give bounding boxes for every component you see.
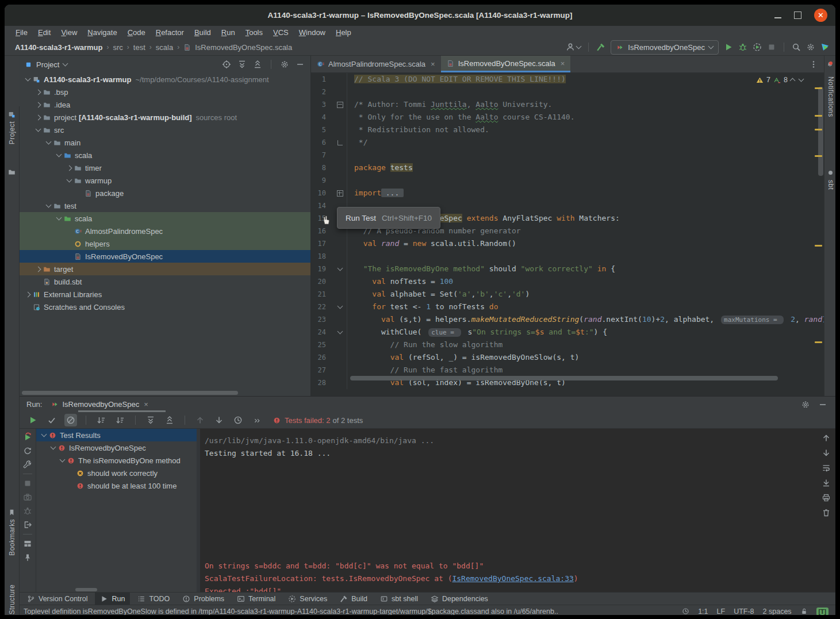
scroll-down-icon[interactable]: [822, 448, 831, 457]
project-tree-item[interactable]: src: [19, 124, 310, 136]
breadcrumb-item[interactable]: A1140-scala3-r1-warmup: [15, 43, 102, 52]
project-tree-item[interactable]: timer: [19, 162, 310, 174]
tool-window-tab-services[interactable]: Services: [283, 593, 332, 605]
close-tab-icon[interactable]: ×: [561, 59, 565, 68]
sort-by-duration-button[interactable]: [114, 414, 126, 426]
pin-tab-icon[interactable]: [23, 553, 32, 562]
read-only-lock-icon[interactable]: [800, 608, 808, 615]
debug-icon[interactable]: [738, 43, 747, 52]
run-tab[interactable]: IsRemovedbyOneSpec ×: [51, 400, 148, 409]
prev-problem-icon[interactable]: [790, 78, 796, 84]
minimize-button[interactable]: [774, 17, 781, 18]
show-ignored-button[interactable]: [64, 414, 77, 426]
fold-arrow-icon[interactable]: [337, 329, 343, 335]
rerun-tests-button[interactable]: [26, 414, 39, 426]
build-hammer-icon[interactable]: [596, 43, 605, 52]
menu-edit[interactable]: Edit: [33, 28, 56, 37]
expand-all-icon[interactable]: [237, 60, 247, 69]
more-actions-icon[interactable]: [251, 414, 263, 426]
menu-help[interactable]: Help: [331, 28, 356, 37]
notifications-bell-icon[interactable]: [826, 60, 834, 71]
import-test-results-icon[interactable]: [23, 520, 32, 529]
mute-breakpoints-icon[interactable]: [23, 506, 32, 516]
hide-run-panel-icon[interactable]: [818, 400, 827, 409]
user-icon[interactable]: [566, 43, 581, 52]
run-configuration-select[interactable]: IsRemovedbyOneSpec: [611, 40, 719, 55]
collapse-all-button[interactable]: [163, 414, 176, 426]
code-line[interactable]: 5 * Redistribution not allowed.: [311, 124, 824, 136]
commit-tool-icon[interactable]: [5, 168, 19, 176]
status-clock-icon[interactable]: [682, 608, 689, 615]
status-badge[interactable]: [T]: [816, 608, 829, 616]
project-tree-item[interactable]: IsRemovedByOneSpec: [19, 250, 310, 263]
project-view-dropdown-icon[interactable]: [63, 61, 68, 67]
test-tree-item[interactable]: Test Results: [36, 429, 197, 441]
caret-position[interactable]: 1:1: [698, 608, 708, 616]
menu-vcs[interactable]: VCS: [268, 28, 294, 37]
chevron-right-icon[interactable]: [35, 114, 41, 120]
chevron-down-icon[interactable]: [41, 432, 47, 437]
code-line[interactable]: 7: [311, 149, 824, 162]
scroll-to-end-icon[interactable]: [822, 478, 831, 487]
fold-arrow-icon[interactable]: [337, 303, 343, 309]
code-line[interactable]: 24 withClue( clue = s"On strings s=$s an…: [311, 326, 824, 339]
panel-settings-gear-icon[interactable]: [280, 60, 289, 69]
close-run-tab-icon[interactable]: ×: [144, 400, 148, 409]
project-tree-item[interactable]: target: [19, 263, 310, 275]
test-tree-item[interactable]: The isRemovedByOne method: [36, 454, 197, 467]
tool-window-tab-todo[interactable]: TODO: [132, 593, 175, 605]
hide-panel-icon[interactable]: [296, 60, 305, 69]
collapse-all-icon[interactable]: [253, 60, 262, 69]
code-line[interactable]: 19 "The isRemovedByOne method" should "w…: [311, 263, 824, 275]
fold-expand-icon[interactable]: [337, 190, 343, 197]
file-encoding[interactable]: UTF-8: [734, 608, 754, 616]
show-passed-button[interactable]: [45, 414, 58, 426]
code-line[interactable]: 1// Scala 3 (DO NOT EDIT OR REMOVE THIS …: [311, 73, 824, 86]
clear-console-trash-icon[interactable]: [822, 508, 831, 517]
indent-setting[interactable]: 2 spaces: [763, 608, 792, 616]
titlebar[interactable]: A1140-scala3-r1-warmup – IsRemovedByOneS…: [5, 5, 835, 26]
menu-view[interactable]: View: [56, 28, 82, 37]
next-failed-test-button[interactable]: [213, 414, 225, 426]
test-tree-item[interactable]: should be at least 100 time: [36, 479, 197, 492]
expand-all-button[interactable]: [144, 414, 157, 426]
tab-options-kebab-icon[interactable]: [809, 56, 824, 72]
code-line[interactable]: 6 */: [311, 136, 824, 149]
chevron-down-icon[interactable]: [45, 202, 51, 208]
next-problem-icon[interactable]: [799, 76, 804, 82]
menu-navigate[interactable]: Navigate: [82, 28, 122, 37]
code-line[interactable]: 18: [311, 250, 824, 263]
menu-build[interactable]: Build: [189, 28, 216, 37]
chevron-right-icon[interactable]: [35, 266, 41, 272]
fold-arrow-icon[interactable]: [337, 266, 343, 271]
code-line[interactable]: 8package tests: [311, 162, 824, 174]
tool-tab-sbt[interactable]: sbt: [827, 180, 835, 192]
warning-stripe-mark[interactable]: [815, 87, 822, 89]
menu-file[interactable]: File: [10, 28, 33, 37]
menu-run[interactable]: Run: [216, 28, 240, 37]
project-tree-item[interactable]: AlmostPalindromeSpec: [19, 225, 310, 237]
stack-trace-link[interactable]: IsRemovedByOneSpec.scala:33: [452, 574, 573, 583]
project-tree-item[interactable]: main: [19, 136, 310, 149]
previous-failed-test-button[interactable]: [194, 414, 206, 426]
tool-tab-bookmarks[interactable]: Bookmarks: [5, 509, 19, 556]
code-area[interactable]: 7 8 Run Test Ctrl+Shift+F10 1// Scala 3 …: [311, 73, 824, 396]
project-tree-item[interactable]: .idea: [19, 98, 310, 111]
project-tree-item[interactable]: External Libraries: [19, 288, 310, 301]
rerun-automatically-icon[interactable]: [23, 446, 32, 455]
chevron-down-icon[interactable]: [66, 177, 72, 183]
warning-stripe-mark[interactable]: [815, 129, 822, 130]
editor-vertical-scrollbar[interactable]: [818, 87, 823, 176]
project-tree-item[interactable]: scala: [19, 149, 310, 162]
code-line[interactable]: 22 for test <- 1 to nofTests do: [311, 301, 824, 313]
test-history-button[interactable]: [232, 414, 244, 426]
chevron-right-icon[interactable]: [35, 89, 41, 95]
editor-tab[interactable]: IsRemovedByOneSpec.scala×: [441, 56, 571, 72]
tool-tab-project[interactable]: Project: [5, 111, 19, 144]
project-tree-item[interactable]: package: [19, 187, 310, 199]
chevron-down-icon[interactable]: [56, 215, 62, 221]
tool-window-tab-version-control[interactable]: Version Control: [22, 593, 93, 605]
breadcrumb-item[interactable]: test: [133, 43, 145, 52]
inspections-widget[interactable]: 7 8: [756, 76, 803, 84]
code-line[interactable]: 9: [311, 174, 824, 187]
